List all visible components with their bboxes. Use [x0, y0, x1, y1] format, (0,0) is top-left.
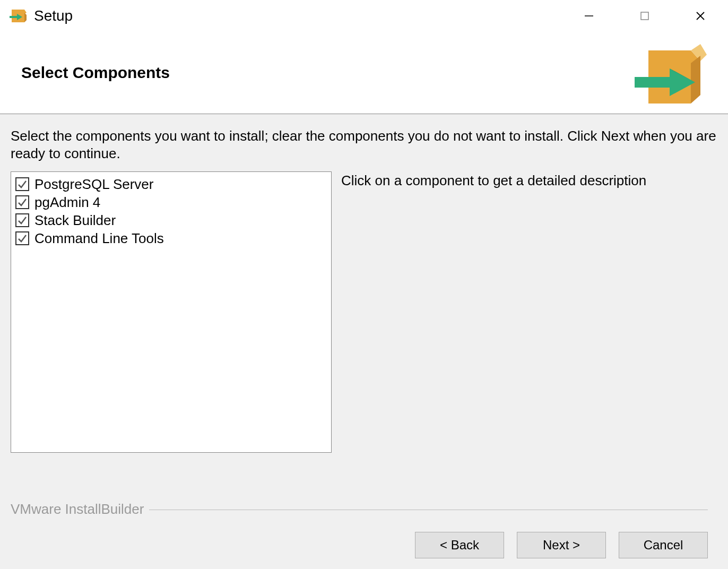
- svg-rect-5: [641, 12, 648, 20]
- component-label: pgAdmin 4: [34, 194, 100, 211]
- list-item[interactable]: pgAdmin 4: [15, 193, 327, 211]
- list-item[interactable]: Stack Builder: [15, 211, 327, 229]
- minimize-button[interactable]: [561, 0, 617, 32]
- component-list[interactable]: PostgreSQL Server pgAdmin 4 Stack Builde…: [11, 171, 332, 453]
- checkbox[interactable]: [15, 195, 29, 209]
- titlebar: Setup: [0, 0, 728, 32]
- main-row: PostgreSQL Server pgAdmin 4 Stack Builde…: [11, 171, 717, 496]
- component-label: Command Line Tools: [34, 230, 164, 247]
- list-item[interactable]: Command Line Tools: [15, 229, 327, 247]
- window-title: Setup: [34, 7, 561, 24]
- close-button[interactable]: [672, 0, 728, 32]
- branding: VMware InstallBuilder: [11, 501, 717, 532]
- window-controls: [561, 0, 728, 32]
- next-button[interactable]: Next >: [517, 532, 606, 558]
- button-row: < Back Next > Cancel: [11, 532, 717, 569]
- header: Select Components: [0, 32, 728, 114]
- description-panel: Click on a component to get a detailed d…: [341, 171, 717, 496]
- svg-marker-2: [24, 13, 27, 22]
- back-button[interactable]: < Back: [415, 532, 504, 558]
- instruction-text: Select the components you want to instal…: [11, 127, 717, 162]
- checkbox[interactable]: [15, 177, 29, 191]
- footer: VMware InstallBuilder < Back Next > Canc…: [11, 501, 717, 569]
- checkbox[interactable]: [15, 231, 29, 245]
- list-item[interactable]: PostgreSQL Server: [15, 175, 327, 193]
- cancel-button[interactable]: Cancel: [619, 532, 708, 558]
- component-label: Stack Builder: [34, 212, 116, 229]
- component-label: PostgreSQL Server: [34, 176, 153, 193]
- maximize-button[interactable]: [617, 0, 672, 32]
- svg-marker-11: [691, 56, 700, 104]
- page-title: Select Components: [21, 64, 170, 82]
- app-icon: [8, 6, 28, 25]
- branding-label: VMware InstallBuilder: [11, 501, 149, 518]
- box-arrow-icon: [632, 40, 707, 106]
- checkbox[interactable]: [15, 213, 29, 227]
- content-area: Select the components you want to instal…: [0, 114, 728, 569]
